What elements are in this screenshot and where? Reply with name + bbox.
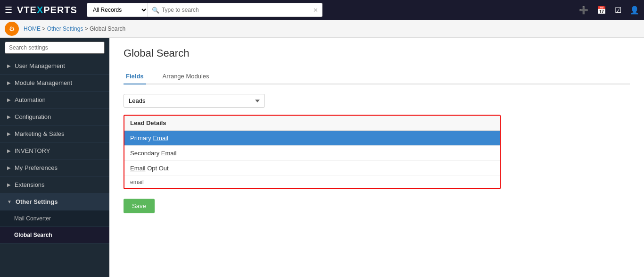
sidebar-search-wrapper <box>0 38 109 58</box>
sidebar-item-configuration[interactable]: ▶ Configuration <box>0 109 109 126</box>
sidebar-search-input[interactable] <box>5 42 105 54</box>
sidebar-item-inventory[interactable]: ▶ INVENTORY <box>0 143 109 159</box>
chevron-right-icon: ▶ <box>7 182 11 187</box>
logo-vte: VTE <box>17 5 37 15</box>
sidebar-subitem-label: Global Search <box>14 232 52 238</box>
primary-email-label: Primary <box>130 134 153 142</box>
sidebar-item-label: Extensions <box>15 181 45 188</box>
tabs-bar: Fields Arrange Modules <box>124 69 630 84</box>
breadcrumb-current: Global Search <box>90 25 125 32</box>
tasks-icon[interactable]: ☑ <box>615 6 621 15</box>
opt-out-label: Opt Out <box>146 165 169 172</box>
app-logo: VTEXPERTS <box>17 5 77 16</box>
tab-fields[interactable]: Fields <box>124 69 146 84</box>
sidebar-item-label: Automation <box>15 96 46 103</box>
breadcrumb-sep1: > <box>42 25 45 32</box>
leads-select[interactable]: Leads Contacts Accounts Deals Activities <box>124 94 265 108</box>
sidebar-item-other-settings[interactable]: ▼ Other Settings <box>0 193 109 210</box>
lead-details-header: Lead Details <box>124 116 500 131</box>
secondary-email-label: Secondary <box>130 150 161 157</box>
sidebar-item-label: INVENTORY <box>15 147 50 154</box>
sidebar: ▶ User Management ▶ Module Management ▶ … <box>0 38 109 277</box>
navbar: ☰ VTEXPERTS All Records 🔍 ✕ ➕ 📅 ☑ 👤 <box>0 0 644 20</box>
sidebar-item-my-preferences[interactable]: ▶ My Preferences <box>0 159 109 176</box>
chevron-down-icon: ▼ <box>7 199 12 204</box>
navbar-actions: ➕ 📅 ☑ 👤 <box>579 6 639 15</box>
lead-detail-row-primary-email[interactable]: Primary Email <box>124 131 500 146</box>
chevron-right-icon: ▶ <box>7 114 11 119</box>
sidebar-item-label: Other Settings <box>16 198 58 205</box>
settings-gear-icon[interactable]: ⚙ <box>5 22 19 36</box>
search-icon: 🔍 <box>152 7 159 14</box>
sidebar-subitem-mail-converter[interactable]: Mail Converter <box>0 210 109 227</box>
user-icon[interactable]: 👤 <box>630 6 639 15</box>
sidebar-item-label: User Management <box>15 62 65 69</box>
chevron-right-icon: ▶ <box>7 97 11 102</box>
clear-search-icon[interactable]: ✕ <box>313 7 318 14</box>
calendar-icon[interactable]: 📅 <box>597 6 606 15</box>
chevron-right-icon: ▶ <box>7 165 11 170</box>
sidebar-item-label: Configuration <box>15 113 51 120</box>
sidebar-item-extensions[interactable]: ▶ Extensions <box>0 176 109 193</box>
content-area: Global Search Fields Arrange Modules Lea… <box>109 38 644 277</box>
chevron-right-icon: ▶ <box>7 148 11 153</box>
breadcrumb-bar: ⚙ HOME > Other Settings > Global Search <box>0 20 644 38</box>
lead-details-box: Lead Details Primary Email Secondary Ema… <box>124 115 501 189</box>
main-layout: ▶ User Management ▶ Module Management ▶ … <box>0 38 644 277</box>
sidebar-item-label: Module Management <box>15 79 72 86</box>
breadcrumb: HOME > Other Settings > Global Search <box>24 25 125 32</box>
email-opt-out-link[interactable]: Email <box>130 165 146 172</box>
leads-dropdown-wrapper: Leads Contacts Accounts Deals Activities <box>124 94 630 108</box>
sidebar-item-user-management[interactable]: ▶ User Management <box>0 58 109 75</box>
logo-perts: PERTS <box>43 5 77 15</box>
sidebar-item-label: Marketing & Sales <box>15 130 65 137</box>
page-title: Global Search <box>124 47 630 59</box>
sidebar-item-module-management[interactable]: ▶ Module Management <box>0 75 109 92</box>
tab-arrange-modules[interactable]: Arrange Modules <box>160 69 212 84</box>
lead-detail-row-secondary-email[interactable]: Secondary Email <box>124 146 500 161</box>
chevron-right-icon: ▶ <box>7 63 11 68</box>
add-icon[interactable]: ➕ <box>579 6 588 15</box>
sidebar-item-marketing-sales[interactable]: ▶ Marketing & Sales <box>0 126 109 143</box>
lead-detail-row-email-opt-out[interactable]: Email Opt Out <box>124 161 500 176</box>
search-box: 🔍 ✕ <box>148 3 322 17</box>
logo-x: X <box>37 5 43 15</box>
search-input[interactable] <box>162 7 311 13</box>
records-type-select[interactable]: All Records <box>87 3 148 17</box>
breadcrumb-other-settings[interactable]: Other Settings <box>47 25 83 32</box>
global-search-bar: All Records 🔍 ✕ <box>87 3 322 17</box>
primary-email-link[interactable]: Email <box>153 134 168 142</box>
menu-icon[interactable]: ☰ <box>5 5 12 15</box>
sidebar-subitem-global-search[interactable]: Global Search <box>0 227 109 243</box>
sidebar-item-automation[interactable]: ▶ Automation <box>0 92 109 109</box>
breadcrumb-home[interactable]: HOME <box>24 25 41 32</box>
secondary-email-link[interactable]: Email <box>161 150 177 157</box>
sidebar-subitem-label: Mail Converter <box>14 215 51 222</box>
sidebar-item-label: My Preferences <box>15 164 58 171</box>
chevron-right-icon: ▶ <box>7 80 11 85</box>
email-filter-tag: email <box>124 176 500 188</box>
save-button[interactable]: Save <box>124 199 155 213</box>
breadcrumb-sep2: > <box>85 25 90 32</box>
chevron-right-icon: ▶ <box>7 131 11 136</box>
